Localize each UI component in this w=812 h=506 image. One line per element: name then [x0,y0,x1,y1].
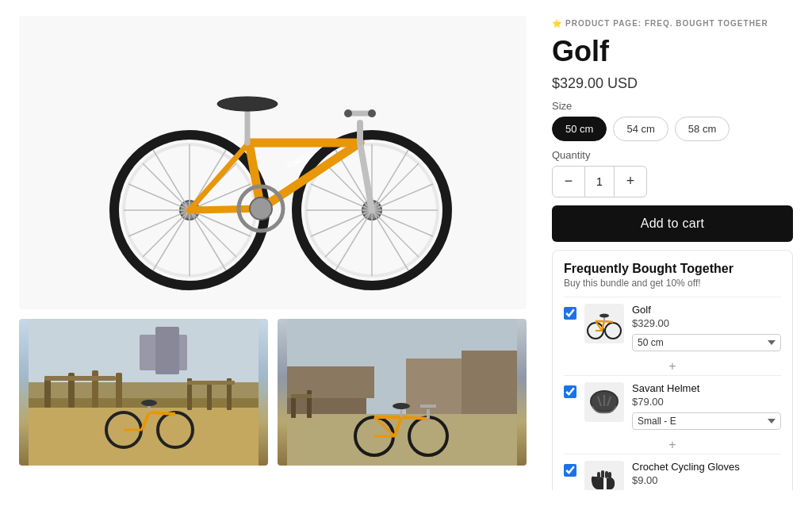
svg-rect-48 [207,381,212,410]
size-options: 50 cm 54 cm 58 cm [552,117,793,141]
thumbnail-row [19,319,527,466]
fbt-price-golf: $329.00 [632,317,781,329]
size-btn-58cm[interactable]: 58 cm [675,117,730,141]
svg-rect-99 [605,471,608,478]
product-price: $329.00 USD [552,75,793,92]
fbt-plus-1: + [564,358,781,375]
svg-line-56 [149,412,175,414]
size-label: Size [552,100,793,112]
svg-point-34 [368,109,376,117]
fbt-details-gloves: Crochet Cycling Gloves $9.00 S M L XL [632,461,781,490]
fbt-name-helmet: Savant Helmet [632,382,781,394]
page-label: ⭐ PRODUCT PAGE: FREQ. BOUGHT TOGETHER [552,19,793,28]
fbt-item-gloves: Crochet Cycling Gloves $9.00 S M L XL [564,454,781,490]
thumbnail-1[interactable] [19,319,268,466]
fbt-select-golf[interactable]: 50 cm 54 cm 58 cm [632,334,781,351]
svg-rect-98 [601,470,604,478]
svg-rect-62 [287,366,374,398]
page-label-text: PRODUCT PAGE: FREQ. BOUGHT TOGETHER [565,19,768,28]
quantity-label: Quantity [552,149,793,161]
thumbnail-2[interactable] [278,319,527,466]
svg-line-72 [401,417,428,419]
svg-rect-100 [608,472,611,480]
svg-point-59 [141,400,157,406]
product-title: Golf [552,36,793,67]
size-btn-54cm[interactable]: 54 cm [613,117,668,141]
svg-line-84 [604,321,613,322]
fbt-checkbox-gloves[interactable] [564,464,576,477]
fbt-title: Frequently Bought Together [564,262,781,276]
fbt-subtitle: Buy this bundle and get 10% off! [564,278,781,289]
size-section: Size 50 cm 54 cm 58 cm [552,100,793,141]
svg-point-33 [344,109,352,117]
fbt-item-golf: Golf $329.00 50 cm 54 cm 58 cm [564,297,781,358]
fbt-thumb-gloves [584,461,624,490]
page-container: FORTIS [0,0,812,506]
fbt-select-helmet[interactable]: Small - E Medium Large [632,412,781,430]
fbt-name-gloves: Crochet Cycling Gloves [632,461,781,473]
svg-rect-65 [287,414,517,466]
fbt-checkbox-helmet[interactable] [564,385,576,398]
product-info: ⭐ PRODUCT PAGE: FREQ. BOUGHT TOGETHER Go… [552,16,793,490]
fbt-name-golf: Golf [632,304,781,316]
svg-rect-97 [597,472,600,480]
quantity-decrease-button[interactable]: − [553,167,584,197]
quantity-value: 1 [584,167,615,197]
fbt-details-golf: Golf $329.00 50 cm 54 cm 58 cm [632,304,781,351]
svg-point-89 [599,313,609,317]
bicycle-svg: FORTIS [67,28,479,297]
fbt-thumb-golf [584,304,624,343]
fbt-thumb-helmet [584,382,624,422]
quantity-increase-button[interactable]: + [615,167,646,197]
gallery: FORTIS [19,16,527,490]
fbt-price-helmet: $79.00 [632,396,781,408]
svg-rect-50 [187,381,235,385]
star-icon: ⭐ [552,19,562,28]
fbt-item-helmet: Savant Helmet $79.00 Small - E Medium La… [564,375,781,436]
add-to-cart-button[interactable]: Add to cart [552,205,793,242]
quantity-control: − 1 + [552,166,647,197]
fbt-price-gloves: $9.00 [632,474,781,486]
svg-rect-46 [29,408,259,466]
main-product-image: FORTIS [19,16,527,309]
fbt-checkbox-golf[interactable] [564,307,576,320]
svg-rect-44 [116,373,122,408]
fbt-section: Frequently Bought Together Buy this bund… [552,250,793,490]
size-btn-50cm[interactable]: 50 cm [552,117,607,141]
svg-point-36 [217,97,278,111]
quantity-section: Quantity − 1 + [552,149,793,197]
svg-rect-52 [155,327,179,374]
fbt-plus-2: + [564,436,781,454]
svg-rect-68 [291,394,312,398]
svg-point-30 [250,197,272,220]
svg-rect-45 [44,376,116,381]
fbt-details-helmet: Savant Helmet $79.00 Small - E Medium La… [632,382,781,430]
svg-point-77 [393,403,410,409]
